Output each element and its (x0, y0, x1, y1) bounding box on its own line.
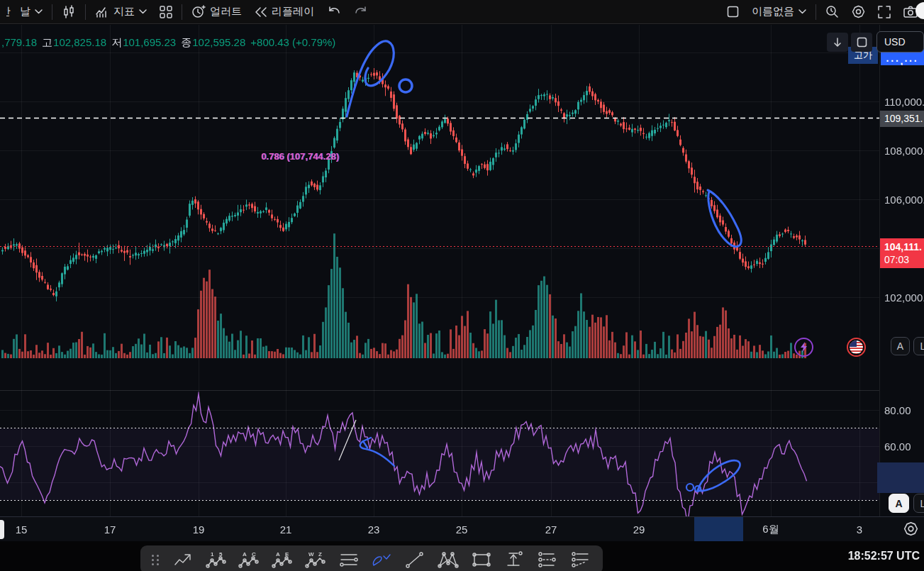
brush-tool-active[interactable] (367, 548, 397, 571)
elliott-triangle-wave-tool[interactable]: AE (267, 548, 297, 571)
chevron-down-icon (139, 9, 147, 14)
time-axis-label: 25 (456, 523, 468, 536)
elliott-correction-wave-tool[interactable]: AC (234, 548, 264, 571)
toolbar-separator (85, 4, 86, 20)
svg-text:A: A (243, 551, 247, 558)
axis-settings-gear-icon[interactable] (903, 521, 918, 539)
time-axis-label: 6월 (762, 523, 779, 536)
currency-toggle-button[interactable]: USD (876, 31, 924, 52)
bar-countdown: 07:03 (884, 253, 924, 266)
topbar-right-group: 이름없음 (720, 2, 924, 22)
long-position-tool[interactable] (500, 548, 530, 571)
rsi-scale-highlight (877, 462, 924, 493)
rsi-pane-auto-button[interactable]: A (889, 494, 909, 513)
time-axis[interactable]: 15171921232527296월3 (0, 516, 924, 541)
us-flag-graphic (850, 340, 863, 354)
rectangle-tool[interactable] (467, 548, 496, 571)
time-axis-label: 19 (193, 523, 205, 536)
rsi-pane-log-button[interactable]: L (913, 494, 924, 513)
scroll-to-recent-button[interactable] (827, 33, 848, 52)
scale-label: 108,000. (884, 145, 924, 157)
quick-search-button[interactable] (819, 2, 845, 22)
redo-button[interactable] (347, 2, 374, 22)
layout-save-button[interactable] (720, 2, 745, 22)
clipped-toolbar-text: 안 (6, 5, 16, 18)
trend-line-tool[interactable] (400, 548, 430, 571)
indicators-label: 지표 (113, 5, 135, 18)
time-axis-label: 21 (280, 523, 292, 536)
alert-clock-icon (191, 5, 206, 19)
replay-icon (255, 7, 267, 17)
gear-icon (852, 5, 865, 18)
elliott-double-combo-wave-tool[interactable]: WZ (301, 548, 330, 571)
ohlc-field-label: 저 (111, 36, 122, 48)
alert-button[interactable]: 얼러트 (185, 2, 248, 22)
scale-label: 102,000. (884, 292, 924, 304)
chevron-down-icon (798, 9, 806, 14)
timeframe-button[interactable]: 안 날 (0, 2, 49, 22)
price-pane-auto-button[interactable]: A (891, 337, 910, 355)
scale-label: 106,000. (884, 194, 924, 206)
time-axis-label: 23 (368, 523, 380, 536)
layout-grid-button[interactable] (153, 2, 179, 22)
time-axis-label: 3 (857, 523, 862, 536)
time-axis-label: 17 (104, 523, 116, 536)
indicators-icon (95, 5, 109, 19)
utc-clock[interactable]: 18:52:57 UTC (848, 550, 920, 562)
ohlc-value: +800.43 (+0.79%) (250, 36, 335, 48)
toolbar-separator (52, 4, 52, 20)
trading-app: 안 날 지표 (0, 0, 924, 571)
us-flag-event-icon[interactable] (847, 338, 866, 357)
maximize-pane-button[interactable] (851, 33, 872, 52)
chart-style-button[interactable] (55, 2, 82, 22)
fullscreen-icon (878, 6, 891, 18)
drag-dots-icon (149, 555, 163, 565)
layout-name-label: 이름없음 (752, 5, 794, 18)
ohlc-value: 101,695.23 (123, 36, 176, 48)
replay-button[interactable]: 리플레이 (248, 2, 321, 22)
time-axis-label: 27 (545, 523, 557, 536)
fullscreen-button[interactable] (872, 2, 897, 22)
time-axis-highlight (694, 517, 743, 541)
square-outline-icon (727, 6, 739, 18)
scale-label: 110,000. (884, 96, 924, 108)
settings-button[interactable] (845, 2, 872, 22)
time-axis-label: 29 (633, 523, 645, 536)
ohlc-readout: ,779.18고102,825.18저101,695.23종102,595.28… (1, 36, 340, 50)
indicators-button[interactable]: 지표 (89, 2, 153, 22)
grid-icon (160, 6, 172, 18)
corner-button-fragment[interactable] (0, 520, 4, 539)
chart-area[interactable]: ,779.18고102,825.18저101,695.23종102,595.28… (0, 25, 924, 516)
toolbar-drag-handle[interactable] (147, 548, 165, 571)
dashed-level-price-badge: 109,351. (880, 111, 924, 127)
redo-icon (354, 6, 368, 18)
forecast-tool[interactable] (533, 548, 562, 571)
trend-analysis-tool[interactable] (168, 548, 198, 571)
projection-tool[interactable] (566, 548, 596, 571)
price-pane-log-button[interactable]: L (913, 337, 924, 355)
fib-level-label[interactable]: 0.786 (107,744.28) (241, 151, 339, 162)
alert-label: 얼러트 (210, 5, 242, 18)
layout-name-button[interactable]: 이름없음 (745, 2, 813, 22)
undo-icon (327, 6, 341, 18)
ohlc-field-label: 종 (181, 36, 191, 48)
xabcd-pattern-tool[interactable] (433, 548, 463, 571)
lightning-icon[interactable] (794, 338, 813, 357)
candlestick-icon (62, 5, 76, 19)
chevron-down-icon (35, 9, 43, 14)
scale-label: 80.00 (884, 404, 911, 416)
undo-button[interactable] (321, 2, 347, 22)
scale-label: 60.00 (884, 440, 911, 453)
toolbar-separator (816, 4, 816, 20)
elliott-impulse-wave-tool[interactable]: 15 (201, 548, 231, 571)
horizontal-levels-tool[interactable] (334, 548, 364, 571)
last-price-value: 104,111. (884, 240, 924, 253)
top-toolbar: 안 날 지표 (0, 0, 924, 24)
timeframe-label: 날 (20, 5, 30, 18)
svg-text:W: W (308, 551, 314, 558)
svg-text:Z: Z (318, 551, 322, 558)
replay-label: 리플레이 (272, 5, 314, 18)
candlestick-chart-canvas[interactable] (0, 25, 879, 516)
drawing-toolbar: 15 AC AE WZ (140, 545, 603, 571)
ohlc-value: 102,595.28 (192, 36, 245, 48)
